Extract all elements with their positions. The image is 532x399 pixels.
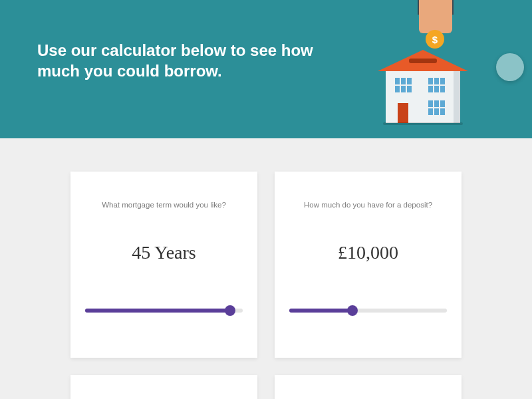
mortgage-term-card: What mortgage term would you like? 45 Ye… [70,172,257,358]
door-icon [398,103,408,123]
calculator-cards-row-2 [0,358,532,399]
hero-banner: Use our calculator below to see how much… [0,0,532,138]
window-icon [428,78,445,92]
hero-title: Use our calculator below to see how much… [37,40,317,81]
calculator-cards-row: What mortgage term would you like? 45 Ye… [0,138,532,358]
window-icon [428,100,445,115]
card-stub [275,375,462,399]
coin-icon: $ [426,30,444,49]
mortgage-term-label: What mortgage term would you like? [85,201,243,209]
coin-slot [409,59,437,63]
house-body [386,71,460,123]
slider-thumb[interactable] [225,305,235,316]
slider-fill [85,309,230,313]
ground-shadow [383,122,463,125]
card-stub [70,375,257,399]
window-icon [395,78,412,92]
floating-action-button[interactable] [496,53,524,81]
mortgage-term-slider[interactable] [85,309,243,313]
hand-icon [419,0,452,33]
deposit-card: How much do you have for a deposit? £10,… [275,172,462,358]
slider-fill [289,309,352,313]
deposit-value: £10,000 [289,242,447,263]
slider-thumb[interactable] [347,305,358,316]
deposit-label: How much do you have for a deposit? [289,201,447,209]
deposit-slider[interactable] [289,309,447,313]
house-savings-illustration: $ [379,0,485,133]
mortgage-term-value: 45 Years [85,242,243,263]
